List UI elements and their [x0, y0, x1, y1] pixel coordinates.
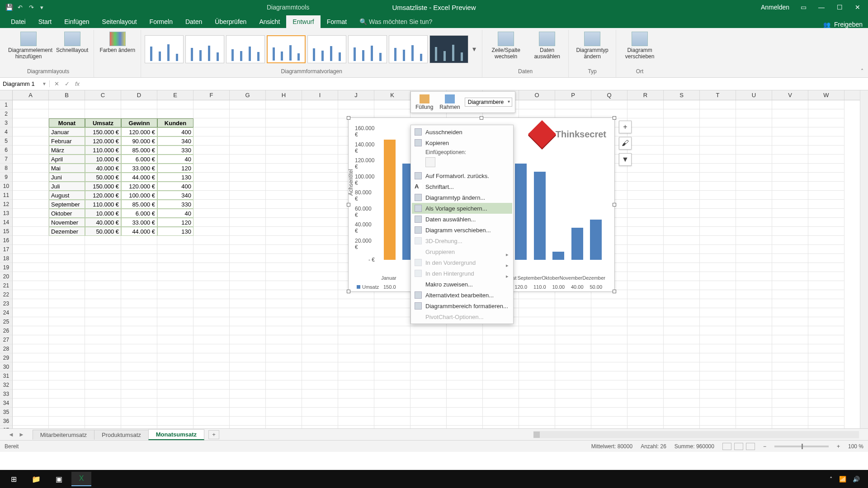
cell[interactable] — [736, 399, 772, 408]
select-data-button[interactable]: Daten auswählen — [529, 31, 565, 61]
cell[interactable] — [664, 344, 700, 353]
cell[interactable] — [736, 371, 772, 380]
cell[interactable] — [230, 173, 266, 182]
cell[interactable] — [13, 290, 49, 299]
undo-icon[interactable]: ↶ — [18, 4, 23, 11]
cell[interactable] — [772, 227, 808, 236]
cell[interactable] — [627, 290, 664, 299]
cell[interactable] — [627, 417, 664, 426]
zoom-level[interactable]: 100 % — [848, 443, 863, 450]
row-header[interactable]: 25 — [0, 317, 13, 326]
cell[interactable] — [266, 100, 302, 109]
cell[interactable] — [13, 408, 49, 417]
cell[interactable] — [157, 389, 193, 399]
cell[interactable] — [519, 100, 555, 109]
cell[interactable] — [627, 136, 664, 145]
cell[interactable] — [157, 254, 193, 263]
cell[interactable] — [700, 227, 736, 236]
cell[interactable] — [193, 191, 230, 200]
tab-ansicht[interactable]: Ansicht — [253, 15, 286, 28]
cell[interactable] — [519, 308, 555, 317]
cell[interactable] — [121, 317, 157, 326]
cell[interactable] — [736, 227, 772, 236]
row-header[interactable]: 13 — [0, 209, 13, 218]
cell[interactable] — [736, 317, 772, 326]
cell[interactable] — [591, 408, 627, 417]
chart-bar[interactable] — [515, 164, 527, 260]
sheet-nav-prev-icon[interactable]: ◄ — [8, 431, 14, 438]
cell[interactable] — [664, 281, 700, 290]
row-header[interactable]: 21 — [0, 281, 13, 290]
cell[interactable] — [374, 380, 410, 389]
cell[interactable] — [700, 200, 736, 209]
row-header[interactable]: 14 — [0, 218, 13, 227]
cell[interactable] — [121, 299, 157, 308]
cell[interactable] — [808, 100, 844, 109]
row-header[interactable]: 1 — [0, 100, 13, 109]
cell[interactable] — [772, 254, 808, 263]
tab-datei[interactable]: Datei — [5, 15, 32, 28]
cell[interactable] — [664, 290, 700, 299]
cell[interactable] — [736, 127, 772, 136]
cell[interactable] — [302, 399, 338, 408]
cell[interactable] — [555, 326, 591, 335]
cell[interactable] — [410, 380, 447, 389]
cell[interactable] — [664, 218, 700, 227]
cell[interactable] — [772, 136, 808, 145]
cell[interactable] — [555, 399, 591, 408]
cell[interactable] — [230, 164, 266, 173]
cell[interactable] — [736, 308, 772, 317]
cell[interactable] — [808, 127, 844, 136]
cell[interactable] — [374, 362, 410, 371]
cell[interactable] — [736, 389, 772, 399]
cell[interactable] — [230, 380, 266, 389]
cell[interactable] — [13, 344, 49, 353]
gallery-more-icon[interactable]: ▾ — [470, 45, 478, 53]
row-header[interactable]: 26 — [0, 326, 13, 335]
cell[interactable] — [302, 380, 338, 389]
row-header[interactable]: 17 — [0, 245, 13, 254]
cell[interactable] — [266, 164, 302, 173]
cell[interactable] — [808, 344, 844, 353]
cell[interactable] — [230, 317, 266, 326]
cell[interactable] — [13, 209, 49, 218]
cell[interactable] — [772, 236, 808, 245]
cell[interactable] — [808, 317, 844, 326]
chart-style-5[interactable] — [307, 35, 346, 63]
row-header[interactable]: 12 — [0, 200, 13, 209]
cell[interactable] — [483, 380, 519, 389]
cell[interactable] — [121, 254, 157, 263]
cell[interactable] — [627, 200, 664, 209]
collapse-ribbon-icon[interactable]: ˄ — [861, 68, 863, 75]
cell[interactable] — [519, 299, 555, 308]
cell[interactable] — [627, 127, 664, 136]
cell[interactable] — [772, 155, 808, 164]
cell[interactable] — [302, 191, 338, 200]
cell[interactable] — [736, 326, 772, 335]
row-header[interactable]: 30 — [0, 362, 13, 371]
cell[interactable] — [49, 263, 85, 272]
cell[interactable] — [519, 399, 555, 408]
cell[interactable] — [374, 317, 410, 326]
view-switcher[interactable] — [722, 443, 755, 450]
cell[interactable] — [49, 254, 85, 263]
cell[interactable] — [230, 127, 266, 136]
cell[interactable] — [230, 408, 266, 417]
cell[interactable] — [447, 362, 483, 371]
ctx-change-chart-type[interactable]: Diagrammtyp ändern... — [412, 192, 512, 203]
cell[interactable] — [447, 408, 483, 417]
chart-bar[interactable] — [534, 172, 546, 260]
cell[interactable] — [49, 353, 85, 362]
cell[interactable] — [266, 155, 302, 164]
cell[interactable] — [230, 389, 266, 399]
cell[interactable] — [808, 182, 844, 191]
cell[interactable]: 110.000 € — [85, 200, 121, 209]
cell[interactable] — [85, 389, 121, 399]
cell[interactable] — [85, 281, 121, 290]
cell[interactable] — [808, 281, 844, 290]
ctx-reset-format[interactable]: Auf Formatvorl. zurücks. — [412, 170, 512, 181]
cell[interactable] — [447, 344, 483, 353]
cell[interactable] — [627, 209, 664, 218]
cell[interactable] — [808, 200, 844, 209]
cell[interactable] — [230, 145, 266, 155]
